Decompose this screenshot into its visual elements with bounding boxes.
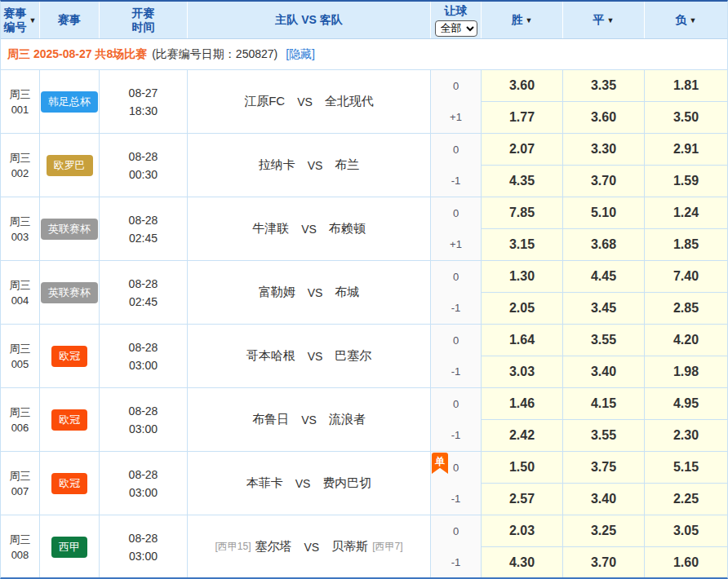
handicap-line-1: +1 [431,102,481,134]
lose-odds-line-0[interactable]: 4.95 [645,388,727,420]
draw-odds-line-0[interactable]: 5.10 [563,197,645,229]
match-number: 003 [11,229,29,245]
win-sort-caret-icon[interactable]: ▼ [526,16,533,24]
win-odds-line-1[interactable]: 2.05 [482,293,563,325]
draw-odds-line-1[interactable]: 3.45 [563,293,645,325]
win-odds-line-1[interactable]: 3.03 [482,356,563,388]
match-number-cell: 周三 003 [1,197,40,260]
win-odds-line-1[interactable]: 4.35 [482,166,563,197]
draw-odds-line-1[interactable]: 3.60 [563,102,645,134]
win-odds-line-0[interactable]: 3.60 [482,70,563,102]
win-odds-line-1[interactable]: 2.57 [482,484,563,515]
draw-odds-line-0[interactable]: 3.35 [563,70,645,102]
win-odds-col: 1.30 2.05 [482,261,563,324]
match-number-cell: 周三 001 [1,70,40,133]
draw-odds-line-1[interactable]: 3.70 [563,166,645,197]
header-lose[interactable]: 负 ▼ [645,2,727,38]
handicap-line-0: 0 [431,261,481,293]
teams-cell: 拉纳卡 VS 布兰 [188,134,431,197]
handicap-line-1: -1 [431,356,481,388]
lose-odds-line-1[interactable]: 2.30 [645,420,727,452]
lose-odds-line-0[interactable]: 7.40 [645,261,727,293]
draw-odds-line-1[interactable]: 3.40 [563,356,645,388]
teams-cell: 布鲁日 VS 流浪者 [188,388,431,451]
draw-odds-line-0[interactable]: 3.25 [563,515,645,547]
handicap-line-1: -1 [431,420,481,452]
competition-cell: 欧冠 [40,325,100,387]
draw-odds-line-1[interactable]: 3.70 [563,547,645,579]
win-odds-line-1[interactable]: 4.30 [482,547,563,579]
header-match-number[interactable]: 赛事 编号 ▼ [1,2,40,38]
time-cell: 08-28 02:45 [100,197,188,260]
match-date: 08-28 [129,466,158,484]
header-win[interactable]: 胜 ▼ [482,2,563,38]
win-odds-line-0[interactable]: 2.07 [482,134,563,166]
lose-odds-col: 4.20 1.98 [645,325,727,387]
header-draw[interactable]: 平 ▼ [563,2,645,38]
match-row: 周三 002 欧罗巴 08-28 00:30 拉纳卡 VS 布兰 单 0 -1 [1,133,727,197]
lose-odds-line-1[interactable]: 1.60 [645,547,727,579]
lose-odds-col: 7.40 2.85 [645,261,727,324]
win-odds-line-0[interactable]: 2.03 [482,515,563,547]
home-rank: [西甲15] [215,540,251,554]
match-weekday: 周三 [10,150,31,166]
draw-odds-line-0[interactable]: 4.15 [563,388,645,420]
lose-odds-line-1[interactable]: 1.98 [645,356,727,388]
match-number-cell: 周三 006 [1,388,40,451]
handicap-line-1: -1 [431,166,481,197]
draw-odds-line-1[interactable]: 3.40 [563,484,645,515]
match-weekday: 周三 [10,214,31,229]
handicap-cell: 单 0 -1 [431,388,482,451]
lose-odds-line-1[interactable]: 2.25 [645,484,727,515]
lose-odds-line-0[interactable]: 2.91 [645,134,727,166]
draw-sort-caret-icon[interactable]: ▼ [607,16,615,24]
lose-odds-col: 4.95 2.30 [645,388,727,451]
match-number-cell: 周三 007 [1,452,40,515]
lose-odds-line-0[interactable]: 3.05 [645,515,727,547]
lose-odds-line-1[interactable]: 1.59 [645,166,727,197]
competition-badge: 欧冠 [51,409,87,431]
lose-odds-line-0[interactable]: 1.24 [645,197,727,229]
lose-odds-line-0[interactable]: 1.81 [645,70,727,102]
win-odds-line-0[interactable]: 1.50 [482,452,563,484]
header-win-label: 胜 [512,13,523,28]
handicap-filter-select[interactable]: 全部 [435,20,477,37]
handicap-line-0: 0 [431,325,481,356]
competition-cell: 英联赛杯 [40,197,100,260]
draw-odds-col: 5.10 3.68 [563,197,645,260]
sort-caret-icon[interactable]: ▼ [29,16,37,24]
draw-odds-line-0[interactable]: 3.55 [563,325,645,356]
match-number: 002 [11,166,29,181]
handicap-line-1: -1 [431,547,481,579]
win-odds-line-1[interactable]: 3.15 [482,229,563,261]
header-time-line1: 开赛 [132,7,155,20]
lose-odds-line-1[interactable]: 2.85 [645,293,727,325]
draw-odds-line-0[interactable]: 3.30 [563,134,645,166]
competition-cell: 欧罗巴 [40,134,100,197]
lose-odds-line-0[interactable]: 4.20 [645,325,727,356]
competition-badge: 欧冠 [51,346,87,367]
vs-label: VS [304,541,319,554]
draw-odds-line-1[interactable]: 3.55 [563,420,645,452]
handicap-line-1: -1 [431,484,481,515]
handicap-cell: 单 0 -1 [431,515,482,578]
win-odds-line-0[interactable]: 7.85 [482,197,563,229]
win-odds-line-1[interactable]: 1.77 [482,102,563,134]
lose-sort-caret-icon[interactable]: ▼ [690,16,697,24]
draw-odds-line-1[interactable]: 3.68 [563,229,645,261]
draw-odds-col: 3.75 3.40 [563,452,645,515]
win-odds-line-0[interactable]: 1.30 [482,261,563,293]
time-cell: 08-28 03:00 [100,325,188,387]
lose-odds-line-1[interactable]: 1.85 [645,229,727,261]
win-odds-line-1[interactable]: 2.42 [482,420,563,452]
draw-odds-line-0[interactable]: 4.45 [563,261,645,293]
vs-label: VS [297,95,313,108]
draw-odds-line-0[interactable]: 3.75 [563,452,645,484]
header-match-number-line1: 赛事 [4,7,27,20]
hide-link[interactable]: [隐藏] [286,47,315,62]
lose-odds-line-0[interactable]: 5.15 [645,452,727,484]
lose-odds-line-1[interactable]: 3.50 [645,102,727,134]
handicap-cell: 单 0 +1 [431,197,482,260]
win-odds-line-0[interactable]: 1.46 [482,388,563,420]
win-odds-line-0[interactable]: 1.64 [482,325,563,356]
